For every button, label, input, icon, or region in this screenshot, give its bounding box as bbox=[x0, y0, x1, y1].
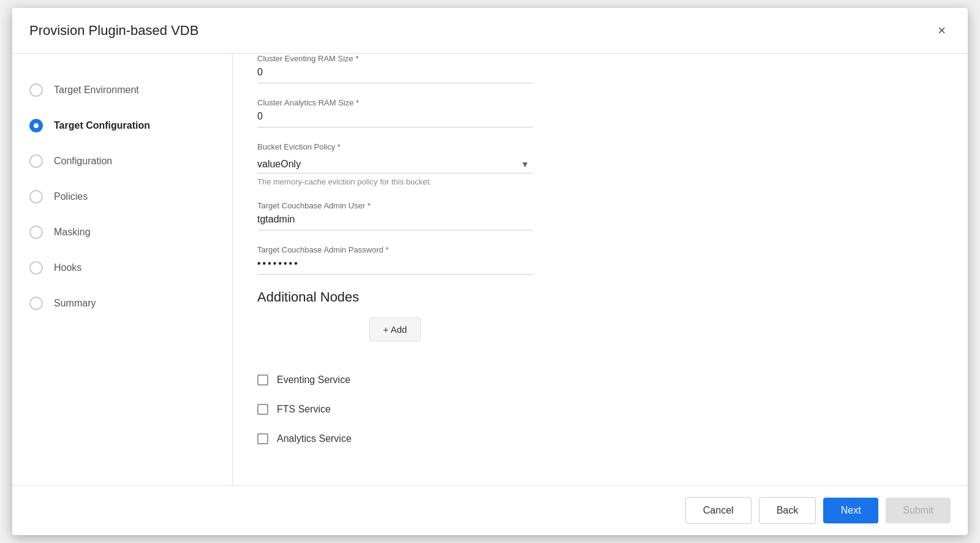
checkbox-eventing-service[interactable] bbox=[257, 374, 268, 385]
sidebar: Target EnvironmentTarget ConfigurationCo… bbox=[12, 54, 233, 485]
checkbox-fts-service[interactable] bbox=[257, 404, 268, 415]
checkbox-label-analytics-service: Analytics Service bbox=[277, 433, 352, 444]
sidebar-item-hooks[interactable]: Hooks bbox=[12, 250, 232, 286]
modal-body: Target EnvironmentTarget ConfigurationCo… bbox=[12, 54, 968, 485]
step-label-policies: Policies bbox=[54, 191, 88, 202]
sidebar-item-summary[interactable]: Summary bbox=[12, 286, 232, 321]
modal: Provision Plugin-based VDB × Target Envi… bbox=[12, 8, 968, 535]
bucket-eviction-policy-wrapper: valueOnly fullEviction noEviction nruEvi… bbox=[257, 155, 533, 173]
target-admin-user-label: Target Couchbase Admin User * bbox=[257, 201, 943, 210]
sidebar-item-target-configuration[interactable]: Target Configuration bbox=[12, 108, 232, 143]
target-admin-password-field: Target Couchbase Admin Password * ••••••… bbox=[257, 245, 943, 275]
step-circle-configuration bbox=[29, 154, 43, 168]
cluster-eventing-ram-size-label: Cluster Eventing RAM Size * bbox=[257, 54, 943, 63]
bucket-eviction-policy-label: Bucket Eviction Policy * bbox=[257, 142, 943, 151]
checkbox-label-fts-service: FTS Service bbox=[277, 404, 331, 415]
checkbox-item-analytics-service: Analytics Service bbox=[257, 433, 943, 444]
step-label-configuration: Configuration bbox=[54, 156, 112, 167]
step-label-summary: Summary bbox=[54, 298, 96, 309]
add-button-wrapper: + Add bbox=[257, 317, 533, 360]
back-button[interactable]: Back bbox=[759, 497, 816, 524]
cluster-analytics-ram-size-label: Cluster Analytics RAM Size * bbox=[257, 98, 943, 107]
sidebar-item-policies[interactable]: Policies bbox=[12, 179, 232, 215]
modal-header: Provision Plugin-based VDB × bbox=[12, 8, 968, 54]
modal-title: Provision Plugin-based VDB bbox=[29, 23, 198, 39]
additional-nodes-title: Additional Nodes bbox=[257, 289, 943, 305]
step-label-target-environment: Target Environment bbox=[54, 85, 139, 96]
submit-button: Submit bbox=[886, 498, 951, 523]
main-content: Cluster Eventing RAM Size * 0 Cluster An… bbox=[233, 54, 968, 485]
sidebar-item-configuration[interactable]: Configuration bbox=[12, 143, 232, 179]
cluster-analytics-ram-size-field: Cluster Analytics RAM Size * 0 bbox=[257, 98, 943, 127]
close-button[interactable]: × bbox=[933, 20, 951, 41]
next-button[interactable]: Next bbox=[823, 498, 878, 523]
sidebar-item-masking[interactable]: Masking bbox=[12, 215, 232, 250]
step-label-hooks: Hooks bbox=[54, 262, 81, 273]
cancel-button[interactable]: Cancel bbox=[685, 497, 752, 524]
bucket-eviction-policy-hint: The memory-cache eviction policy for thi… bbox=[257, 177, 943, 186]
modal-footer: Cancel Back Next Submit bbox=[12, 485, 968, 535]
step-circle-target-environment bbox=[29, 83, 43, 97]
checkbox-item-eventing-service: Eventing Service bbox=[257, 374, 943, 385]
sidebar-item-target-environment[interactable]: Target Environment bbox=[12, 72, 232, 108]
step-circle-policies bbox=[29, 190, 43, 203]
add-node-button[interactable]: + Add bbox=[369, 317, 421, 341]
step-label-masking: Masking bbox=[54, 227, 91, 238]
step-circle-hooks bbox=[29, 261, 43, 275]
target-admin-password-label: Target Couchbase Admin Password * bbox=[257, 245, 943, 254]
target-admin-password-value[interactable]: •••••••• bbox=[257, 258, 533, 275]
target-admin-user-field: Target Couchbase Admin User * tgtadmin bbox=[257, 201, 943, 230]
checkbox-label-eventing-service: Eventing Service bbox=[277, 374, 350, 385]
bucket-eviction-policy-field: Bucket Eviction Policy * valueOnly fullE… bbox=[257, 142, 943, 186]
cluster-eventing-ram-size-field: Cluster Eventing RAM Size * 0 bbox=[257, 54, 943, 83]
additional-nodes-section: Additional Nodes + Add bbox=[257, 289, 943, 360]
bucket-eviction-policy-select[interactable]: valueOnly fullEviction noEviction nruEvi… bbox=[257, 155, 533, 173]
cluster-eventing-ram-size-value[interactable]: 0 bbox=[257, 67, 533, 83]
step-circle-target-configuration bbox=[29, 119, 43, 132]
step-label-target-configuration: Target Configuration bbox=[54, 120, 150, 131]
checkbox-analytics-service[interactable] bbox=[257, 433, 268, 444]
checkboxes-section: Eventing ServiceFTS ServiceAnalytics Ser… bbox=[257, 374, 943, 444]
step-circle-masking bbox=[29, 226, 43, 239]
cluster-analytics-ram-size-value[interactable]: 0 bbox=[257, 111, 533, 127]
step-circle-summary bbox=[29, 297, 43, 310]
checkbox-item-fts-service: FTS Service bbox=[257, 404, 943, 415]
target-admin-user-value[interactable]: tgtadmin bbox=[257, 214, 533, 230]
